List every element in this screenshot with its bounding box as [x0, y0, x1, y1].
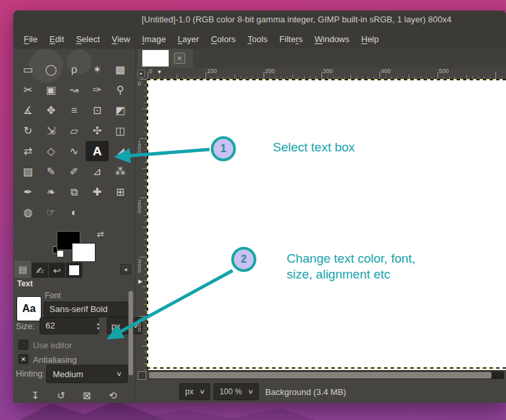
- chevron-down-icon: ˅: [117, 370, 121, 378]
- color-area: ⇄: [13, 230, 135, 261]
- tool-warp-transform[interactable]: ∿: [63, 141, 86, 161]
- quick-mask-toggle[interactable]: [138, 371, 146, 380]
- dock-tab-undo-history[interactable]: ↩: [49, 263, 65, 278]
- size-stepper[interactable]: ▴ ▾: [94, 317, 103, 334]
- tool-clone[interactable]: ⧉: [63, 182, 86, 202]
- tool-rectangle-select[interactable]: ▭: [16, 59, 40, 80]
- menu-colors[interactable]: Colors: [205, 32, 242, 47]
- unit-value: px: [185, 387, 194, 396]
- tool-blur-sharpen[interactable]: ◍: [16, 202, 40, 223]
- menu-file[interactable]: File: [18, 32, 43, 47]
- unit-dropdown[interactable]: px ˅: [179, 383, 210, 400]
- tool-mypaint-brush[interactable]: ❧: [40, 182, 63, 202]
- tool-paintbrush[interactable]: ✐: [63, 161, 86, 182]
- tool-dodge-burn[interactable]: ◐: [63, 202, 86, 223]
- image-tab[interactable]: ✕: [138, 49, 193, 68]
- horizontal-ruler[interactable]: 0100200300400500▼: [148, 68, 506, 79]
- font-input[interactable]: Sans-serif Bold: [43, 302, 133, 317]
- tool-text[interactable]: A: [86, 141, 109, 161]
- tool-fuzzy-select[interactable]: ✶: [86, 59, 109, 80]
- layer-boundary-bottom: [147, 367, 506, 369]
- tool-crop[interactable]: ⊡: [86, 100, 109, 120]
- tool-pencil[interactable]: ✎: [40, 161, 63, 182]
- layer-boundary-left: [147, 79, 148, 370]
- zoom-dropdown[interactable]: 100 % ˅: [213, 383, 258, 400]
- tool-smudge[interactable]: ☞: [40, 202, 63, 223]
- tool-select-by-color[interactable]: ▩: [109, 59, 132, 80]
- menu-layer[interactable]: Layer: [172, 32, 206, 47]
- close-icon[interactable]: ✕: [174, 53, 185, 64]
- tool-ellipse-select[interactable]: ◯: [40, 59, 63, 80]
- save-tool-preset-button[interactable]: ↧: [31, 390, 40, 402]
- h-ruler-label: 0: [149, 68, 152, 74]
- dock-tab-tool-options[interactable]: ▤: [14, 261, 31, 278]
- canvas[interactable]: [147, 79, 506, 370]
- size-unit-value: px: [111, 321, 121, 331]
- menu-image[interactable]: Image: [136, 32, 171, 47]
- options-scrollbar[interactable]: [128, 291, 133, 375]
- tool-perspective-clone[interactable]: ⊞: [109, 182, 132, 202]
- step-2-annotation: Change text color, font, size, alignment…: [287, 251, 415, 282]
- hinting-value: Medium: [53, 369, 83, 379]
- hinting-dropdown[interactable]: Medium ˅: [46, 365, 128, 383]
- tool-heal[interactable]: ✚: [86, 182, 109, 202]
- tool-eraser[interactable]: ⊿: [86, 161, 109, 182]
- step-2-badge: 2: [231, 247, 256, 272]
- menu-tools[interactable]: Tools: [242, 32, 273, 47]
- tool-free-select[interactable]: ρ: [63, 59, 86, 80]
- tool-cage-transform[interactable]: ◇: [40, 141, 63, 161]
- v-ruler-label: 4 0 0: [138, 319, 141, 332]
- antialiasing-checkbox[interactable]: ✕: [18, 354, 28, 364]
- reset-tool-options-button[interactable]: ⟲: [109, 390, 117, 402]
- ruler-menu-icon: ▸: [138, 70, 144, 78]
- tool-move[interactable]: ✥: [40, 100, 63, 120]
- tool-bucket-fill[interactable]: ◢: [109, 141, 132, 161]
- swap-colors-icon[interactable]: ⇄: [97, 229, 104, 239]
- tool-scissors-select[interactable]: ✂: [16, 80, 40, 100]
- dock-tab-colors[interactable]: [66, 263, 82, 278]
- h-ruler-label: 100: [207, 68, 217, 74]
- ruler-corner-button[interactable]: ▸: [136, 68, 148, 79]
- menu-view[interactable]: View: [106, 32, 136, 47]
- tool-rotate[interactable]: ↻: [16, 120, 40, 141]
- tool-ink[interactable]: ✒: [16, 182, 40, 202]
- tool-measure[interactable]: ∡: [16, 100, 40, 120]
- menu-windows[interactable]: Windows: [309, 32, 356, 47]
- tool-scale[interactable]: ⇲: [40, 120, 63, 141]
- tool-airbrush[interactable]: ⁂: [109, 161, 132, 182]
- horizontal-scrollbar[interactable]: [148, 371, 504, 379]
- tool-handle-transform[interactable]: ✣: [86, 120, 109, 141]
- tool-color-picker[interactable]: ✑: [86, 80, 109, 100]
- spin-up-icon[interactable]: ▴: [97, 321, 99, 326]
- size-input[interactable]: 62: [40, 317, 99, 334]
- v-ruler-label: 0: [138, 82, 141, 86]
- scrollbar-thumb[interactable]: [149, 372, 492, 379]
- tool-zoom[interactable]: ⚲: [109, 80, 132, 100]
- step-1-badge: 1: [211, 136, 236, 161]
- tool-gradient[interactable]: ▨: [16, 161, 40, 182]
- window-titlebar[interactable]: [Untitled]-1.0 (RGB color 8-bit gamma in…: [13, 11, 506, 29]
- font-preview-button[interactable]: Aa: [16, 296, 42, 321]
- delete-tool-preset-button[interactable]: ⊠: [83, 390, 92, 402]
- tool-align[interactable]: ≡: [63, 100, 86, 120]
- tool-unified-transform[interactable]: ◩: [109, 100, 132, 120]
- menu-edit[interactable]: Edit: [43, 32, 70, 47]
- tool-options-buttons: ↧↺⊠⟲: [13, 387, 135, 403]
- tool-paths[interactable]: ↝: [63, 80, 86, 100]
- vertical-ruler[interactable]: 01 0 02 0 03 0 04 0 0▶: [136, 79, 147, 370]
- spin-down-icon[interactable]: ▾: [97, 326, 99, 330]
- menu-select[interactable]: Select: [70, 32, 105, 47]
- collapse-panel-button[interactable]: ◂: [120, 264, 131, 275]
- menu-help[interactable]: Help: [355, 32, 385, 47]
- background-color-swatch[interactable]: [72, 243, 96, 262]
- chevron-down-icon: ˅: [200, 388, 204, 396]
- restore-tool-preset-button[interactable]: ↺: [57, 390, 66, 402]
- tool-flip[interactable]: ⇄: [16, 141, 40, 161]
- dock-tab-device-status[interactable]: ✍: [32, 263, 48, 278]
- tool-foreground-select[interactable]: ▣: [40, 80, 63, 100]
- tool-perspective[interactable]: ◫: [109, 120, 132, 141]
- v-ruler-marker: ▶: [138, 278, 142, 284]
- use-editor-checkbox[interactable]: [18, 340, 28, 350]
- menu-filters[interactable]: Filters: [273, 32, 308, 47]
- tool-shear[interactable]: ▱: [63, 120, 86, 141]
